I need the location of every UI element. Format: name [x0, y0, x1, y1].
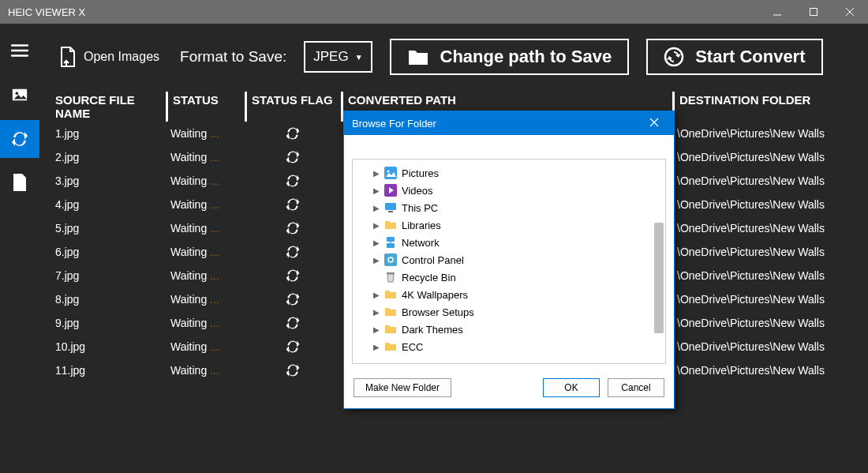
tree-item-label: Libraries	[402, 220, 441, 231]
sync-icon	[285, 362, 301, 378]
folder-icon	[384, 219, 397, 231]
expand-arrow-icon[interactable]: ▶	[373, 221, 380, 230]
close-icon	[649, 118, 659, 127]
cell-flag	[245, 197, 341, 212]
expand-arrow-icon[interactable]: ▶	[373, 256, 380, 265]
tree-item[interactable]: ▶Network	[357, 234, 665, 251]
svg-point-10	[387, 171, 390, 173]
convert-icon[interactable]	[0, 120, 39, 158]
browse-folder-dialog: Browse For Folder ▶Pictures▶Videos▶This …	[343, 111, 675, 409]
tree-item[interactable]: ▶Browser Setups	[357, 303, 665, 321]
expand-arrow-icon[interactable]: ▶	[373, 169, 380, 178]
cell-dest: \OneDrive\Pictures\New Walls	[672, 340, 852, 353]
expand-arrow-icon[interactable]: ▶	[373, 291, 380, 299]
svg-rect-17	[384, 253, 397, 266]
titlebar: HEIC VIEWER X	[0, 0, 868, 24]
format-value: JPEG	[313, 49, 348, 65]
cell-status: Waiting ...	[166, 222, 245, 235]
minimize-button[interactable]	[759, 0, 795, 24]
cell-dest: \OneDrive\Pictures\New Walls	[672, 222, 852, 235]
change-path-button[interactable]: Change path to Save	[390, 39, 630, 75]
tree-item[interactable]: Recycle Bin	[357, 268, 665, 286]
dialog-title: Browse For Folder	[352, 118, 436, 130]
cell-source: 11.jpg	[55, 364, 166, 377]
format-select[interactable]: JPEG ▼	[304, 41, 372, 73]
cell-dest: \OneDrive\Pictures\New Walls	[672, 198, 852, 211]
sync-icon	[285, 173, 301, 189]
folder-icon	[384, 306, 397, 318]
format-label: Format to Save:	[180, 48, 286, 66]
expand-arrow-icon[interactable]: ▶	[373, 186, 380, 195]
folder-tree[interactable]: ▶Pictures▶Videos▶This PC▶Libraries▶Netwo…	[352, 159, 666, 364]
cell-flag	[245, 315, 341, 331]
expand-arrow-icon[interactable]: ▶	[373, 308, 380, 317]
cell-source: 7.jpg	[55, 269, 166, 282]
tree-item[interactable]: ▶Videos	[357, 182, 665, 199]
expand-arrow-icon[interactable]: ▶	[373, 343, 380, 351]
cell-status: Waiting ...	[166, 340, 245, 353]
app-title: HEIC VIEWER X	[8, 6, 85, 18]
svg-rect-14	[387, 237, 395, 242]
cell-status: Waiting ...	[166, 151, 245, 163]
sync-icon	[285, 220, 301, 236]
cell-flag	[245, 173, 341, 189]
sync-icon	[285, 197, 301, 212]
sync-icon	[285, 291, 301, 307]
cell-status: Waiting ...	[166, 175, 245, 187]
svg-rect-1	[810, 9, 817, 16]
tree-item-label: 4K Wallpapers	[402, 289, 468, 301]
cell-flag	[245, 126, 341, 141]
expand-arrow-icon[interactable]: ▶	[373, 204, 380, 212]
cell-flag	[245, 339, 341, 355]
cell-status: Waiting ...	[166, 127, 245, 140]
cell-dest: \OneDrive\Pictures\New Walls	[672, 364, 852, 377]
file-icon[interactable]	[0, 164, 39, 202]
cell-source: 8.jpg	[55, 293, 166, 306]
svg-rect-19	[387, 272, 395, 274]
sync-icon	[285, 315, 301, 331]
cancel-button[interactable]: Cancel	[608, 378, 664, 397]
dialog-close-button[interactable]	[642, 118, 666, 130]
start-convert-button[interactable]: Start Convert	[646, 39, 822, 75]
expand-arrow-icon[interactable]: ▶	[373, 238, 380, 247]
folder-icon	[384, 323, 397, 336]
tree-item[interactable]: ▶Libraries	[357, 216, 665, 234]
tree-item[interactable]: ▶This PC	[357, 199, 665, 216]
svg-rect-12	[385, 203, 396, 210]
cell-dest: \OneDrive\Pictures\New Walls	[672, 151, 852, 163]
cell-status: Waiting ...	[166, 364, 245, 377]
chevron-down-icon: ▼	[355, 53, 363, 62]
image-icon[interactable]	[0, 76, 39, 114]
cell-source: 10.jpg	[55, 340, 166, 353]
recycle-icon	[384, 271, 397, 283]
cell-dest: \OneDrive\Pictures\New Walls	[672, 246, 852, 258]
dialog-titlebar[interactable]: Browse For Folder	[344, 111, 674, 135]
cell-source: 9.jpg	[55, 317, 166, 329]
expand-arrow-icon[interactable]: ▶	[373, 325, 380, 334]
cell-dest: \OneDrive\Pictures\New Walls	[672, 127, 852, 140]
cell-dest: \OneDrive\Pictures\New Walls	[672, 293, 852, 306]
scrollbar[interactable]	[654, 223, 664, 333]
open-images-label: Open Images	[84, 50, 159, 64]
header-flag: STATUS FLAG	[245, 92, 341, 122]
make-new-folder-button[interactable]: Make New Folder	[354, 378, 451, 397]
open-images-button[interactable]: Open Images	[55, 41, 163, 73]
header-source: SOURCE FILE NAME	[55, 92, 166, 122]
cell-flag	[245, 244, 341, 260]
tree-item[interactable]: ▶Control Panel	[357, 251, 665, 268]
close-button[interactable]	[832, 0, 868, 24]
tree-item-label: Dark Themes	[402, 324, 463, 336]
tree-item[interactable]: ▶ECC	[357, 338, 665, 355]
hamburger-menu-icon[interactable]	[0, 32, 39, 69]
tree-item[interactable]: ▶4K Wallpapers	[357, 286, 665, 303]
tree-item[interactable]: ▶Dark Themes	[357, 321, 665, 338]
sync-icon	[285, 126, 301, 141]
tree-item[interactable]: ▶Pictures	[357, 164, 665, 182]
cell-source: 2.jpg	[55, 151, 166, 163]
folder-icon	[384, 340, 397, 353]
cell-status: Waiting ...	[166, 246, 245, 258]
cell-flag	[245, 268, 341, 283]
tree-item-label: Recycle Bin	[402, 272, 456, 283]
maximize-button[interactable]	[795, 0, 832, 24]
ok-button[interactable]: OK	[543, 378, 600, 397]
